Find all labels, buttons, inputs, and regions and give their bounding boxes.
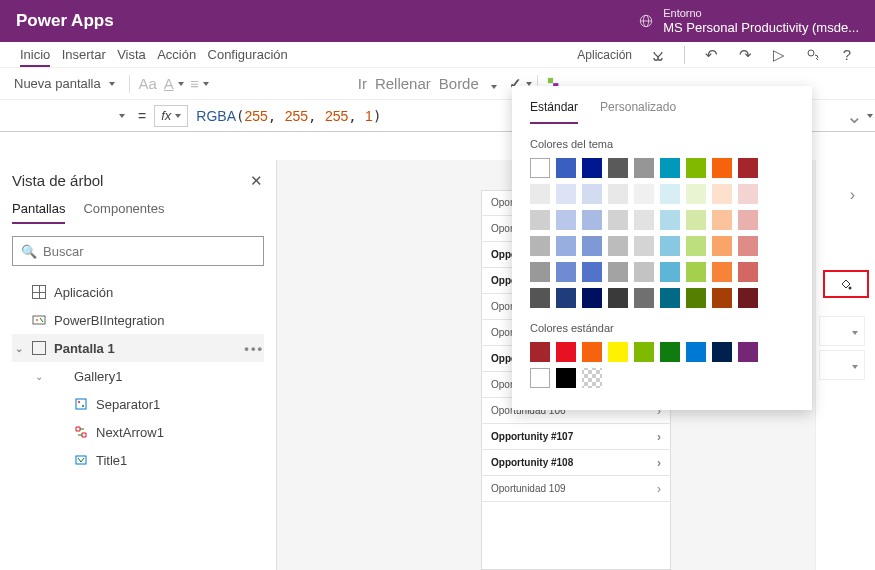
color-swatch[interactable]	[712, 262, 732, 282]
menu-insertar[interactable]: Insertar	[62, 47, 106, 62]
color-swatch[interactable]	[712, 210, 732, 230]
expand-formula-icon[interactable]: ⌄	[851, 108, 867, 124]
tab-screens[interactable]: Pantallas	[12, 201, 65, 224]
color-swatch[interactable]	[660, 236, 680, 256]
property-dropdown[interactable]	[819, 350, 865, 380]
property-dropdown[interactable]	[819, 316, 865, 346]
color-swatch[interactable]	[634, 262, 654, 282]
fill-button[interactable]: Rellenar	[375, 75, 431, 92]
theme-icon[interactable]: Aa	[140, 76, 156, 92]
color-swatch[interactable]	[686, 158, 706, 178]
formula-input[interactable]: RGBA(255, 255, 255, 1)	[196, 108, 381, 124]
color-swatch[interactable]	[582, 288, 602, 308]
color-swatch[interactable]	[530, 210, 550, 230]
color-swatch[interactable]	[660, 288, 680, 308]
chevron-right-icon[interactable]: ›	[850, 186, 855, 204]
color-swatch[interactable]	[556, 236, 576, 256]
border-dropdown[interactable]	[487, 75, 505, 92]
color-swatch[interactable]	[686, 262, 706, 282]
color-swatch[interactable]	[712, 158, 732, 178]
color-swatch[interactable]	[634, 210, 654, 230]
list-item[interactable]: Oportunidad 109›	[481, 476, 671, 502]
color-swatch[interactable]	[738, 288, 758, 308]
menu-inicio[interactable]: Inicio	[20, 47, 50, 67]
color-swatch[interactable]	[530, 236, 550, 256]
navigate-button[interactable]: Ir	[358, 75, 367, 92]
color-swatch[interactable]	[608, 184, 628, 204]
color-swatch[interactable]	[530, 288, 550, 308]
color-swatch[interactable]	[634, 288, 654, 308]
caret-icon[interactable]: ⌄	[14, 343, 24, 354]
new-screen-button[interactable]: Nueva pantalla	[10, 74, 119, 93]
fill-color-button[interactable]	[823, 270, 869, 298]
color-swatch[interactable]	[686, 210, 706, 230]
color-swatch[interactable]	[556, 184, 576, 204]
menu-config[interactable]: Configuración	[208, 47, 288, 62]
color-swatch[interactable]	[608, 158, 628, 178]
color-swatch[interactable]	[712, 184, 732, 204]
color-swatch[interactable]	[582, 158, 602, 178]
color-swatch[interactable]	[556, 210, 576, 230]
color-swatch[interactable]	[738, 210, 758, 230]
tree-node-title[interactable]: Title1	[12, 446, 264, 474]
color-swatch[interactable]	[608, 210, 628, 230]
tree-node-powerbi[interactable]: PowerBIIntegration	[12, 306, 264, 334]
font-color-icon[interactable]: A	[166, 76, 182, 92]
color-swatch[interactable]	[582, 210, 602, 230]
color-swatch[interactable]	[634, 342, 654, 362]
align-icon[interactable]: ≡	[192, 76, 208, 92]
color-swatch[interactable]	[738, 342, 758, 362]
color-swatch[interactable]	[738, 158, 758, 178]
menu-aplicacion[interactable]: Aplicación	[577, 48, 632, 62]
border-button[interactable]: Borde	[439, 75, 479, 92]
color-swatch[interactable]	[608, 236, 628, 256]
color-swatch[interactable]	[686, 184, 706, 204]
close-icon[interactable]: ✕	[248, 173, 264, 189]
color-swatch[interactable]	[556, 288, 576, 308]
help-icon[interactable]: ?	[839, 47, 855, 63]
tab-standard[interactable]: Estándar	[530, 100, 578, 124]
color-swatch[interactable]	[660, 158, 680, 178]
color-swatch[interactable]	[556, 342, 576, 362]
color-swatch[interactable]	[530, 342, 550, 362]
redo-icon[interactable]: ↷	[737, 47, 753, 63]
color-swatch[interactable]	[660, 210, 680, 230]
color-swatch[interactable]	[738, 184, 758, 204]
tree-node-gallery[interactable]: ⌄ Gallery1	[12, 362, 264, 390]
undo-icon[interactable]: ↶	[703, 47, 719, 63]
color-swatch[interactable]	[634, 158, 654, 178]
color-swatch[interactable]	[608, 342, 628, 362]
color-swatch[interactable]	[634, 236, 654, 256]
color-swatch[interactable]	[530, 368, 550, 388]
color-swatch[interactable]	[582, 368, 602, 388]
color-swatch[interactable]	[530, 262, 550, 282]
color-swatch[interactable]	[582, 236, 602, 256]
tree-node-nextarrow[interactable]: NextArrow1	[12, 418, 264, 446]
color-swatch[interactable]	[660, 342, 680, 362]
color-swatch[interactable]	[530, 158, 550, 178]
tree-node-screen[interactable]: ⌄ Pantalla 1 •••	[12, 334, 264, 362]
color-swatch[interactable]	[556, 262, 576, 282]
tab-custom[interactable]: Personalizado	[600, 100, 676, 124]
color-swatch[interactable]	[608, 288, 628, 308]
play-icon[interactable]: ▷	[771, 47, 787, 63]
color-swatch[interactable]	[556, 158, 576, 178]
color-swatch[interactable]	[608, 262, 628, 282]
property-selector[interactable]	[10, 105, 130, 127]
color-swatch[interactable]	[582, 184, 602, 204]
share-icon[interactable]	[805, 47, 821, 63]
tab-components[interactable]: Componentes	[83, 201, 164, 224]
search-input[interactable]	[43, 244, 255, 259]
color-swatch[interactable]	[738, 236, 758, 256]
environment-picker[interactable]: Entorno MS Personal Productivity (msde..…	[639, 7, 859, 36]
color-swatch[interactable]	[712, 342, 732, 362]
color-swatch[interactable]	[686, 342, 706, 362]
color-swatch[interactable]	[686, 236, 706, 256]
color-swatch[interactable]	[660, 262, 680, 282]
color-swatch[interactable]	[634, 184, 654, 204]
tree-node-app[interactable]: Aplicación	[12, 278, 264, 306]
color-swatch[interactable]	[530, 184, 550, 204]
menu-vista[interactable]: Vista	[117, 47, 146, 62]
more-icon[interactable]: •••	[244, 341, 264, 356]
color-swatch[interactable]	[582, 262, 602, 282]
